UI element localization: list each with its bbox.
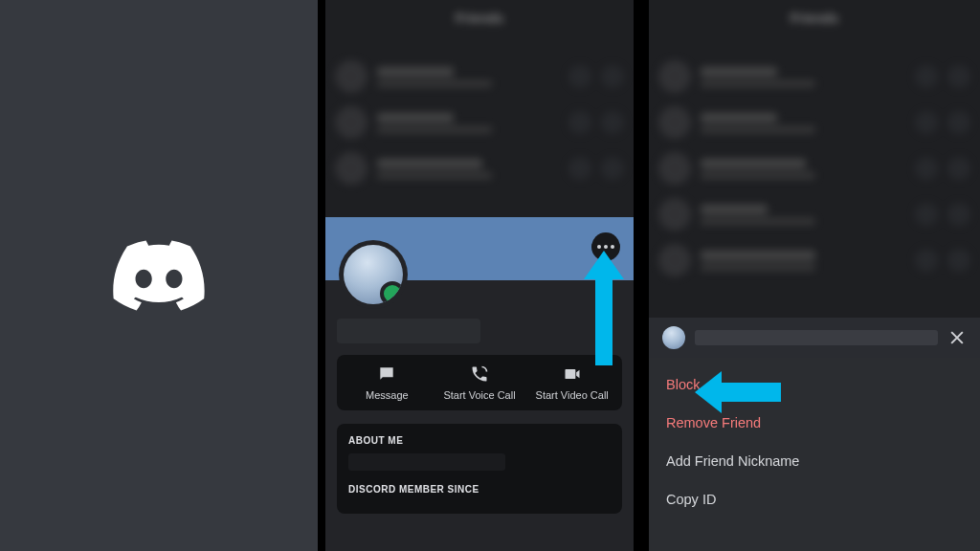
ellipsis-icon xyxy=(597,245,614,249)
add-nickname-option[interactable]: Add Friend Nickname xyxy=(649,442,980,480)
video-call-button[interactable]: Start Video Call xyxy=(525,364,618,401)
profile-avatar[interactable] xyxy=(339,240,408,309)
close-icon[interactable] xyxy=(947,328,967,347)
member-since-heading: DISCORD MEMBER SINCE xyxy=(348,484,611,495)
profile-info-section: ABOUT ME DISCORD MEMBER SINCE xyxy=(337,424,622,514)
discord-logo-icon xyxy=(113,240,205,311)
page-title: Friends xyxy=(649,0,980,36)
annotation-arrow-left xyxy=(695,371,781,413)
profile-actions: Message Start Voice Call Start Video Cal… xyxy=(337,355,622,410)
sheet-header xyxy=(649,318,980,358)
mini-avatar xyxy=(662,326,685,349)
svg-marker-1 xyxy=(695,371,781,413)
about-me-redacted xyxy=(348,453,505,471)
about-me-heading: ABOUT ME xyxy=(348,435,611,446)
voice-call-label: Start Voice Call xyxy=(443,389,515,401)
annotation-arrow-up xyxy=(584,251,624,365)
profile-panel: Friends Message xyxy=(318,0,641,551)
message-button[interactable]: Message xyxy=(341,364,434,401)
page-title: Friends xyxy=(325,0,634,36)
context-menu-panel: Friends Block Remove Friend Add Friend N… xyxy=(641,0,980,551)
phone-icon xyxy=(470,364,489,384)
video-icon xyxy=(563,364,582,384)
message-label: Message xyxy=(366,389,409,401)
username-redacted xyxy=(695,330,938,345)
svg-marker-0 xyxy=(584,251,624,365)
logo-panel xyxy=(0,0,318,551)
video-call-label: Start Video Call xyxy=(536,389,609,401)
friends-list-blurred: Friends xyxy=(649,0,980,325)
message-icon xyxy=(377,364,396,384)
friends-list-blurred: Friends xyxy=(325,0,634,220)
voice-call-button[interactable]: Start Voice Call xyxy=(434,364,526,401)
username-redacted xyxy=(337,319,480,343)
copy-id-option[interactable]: Copy ID xyxy=(649,480,980,518)
